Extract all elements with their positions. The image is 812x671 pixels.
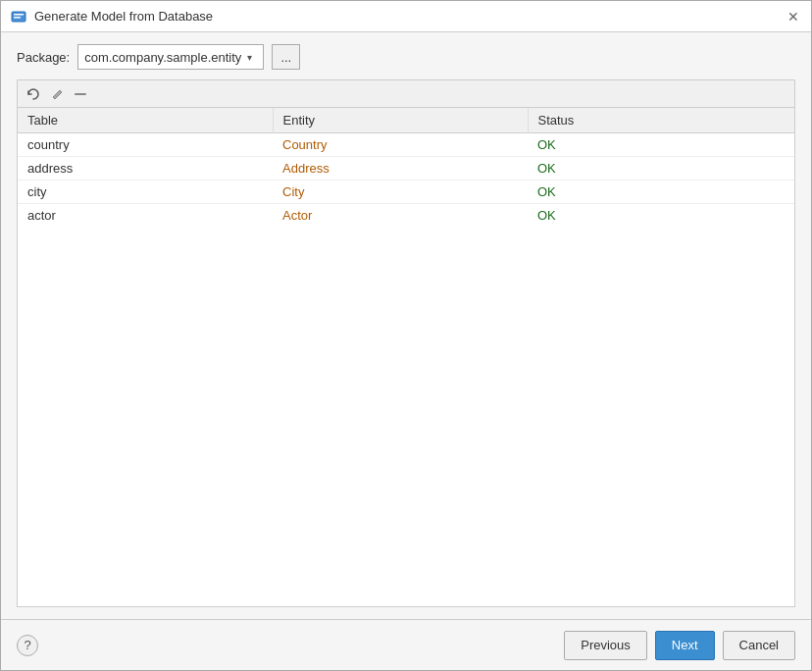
table-cell: actor xyxy=(18,204,273,228)
entity-cell: Country xyxy=(273,133,528,157)
entity-cell: Address xyxy=(273,157,528,181)
table-cell: country xyxy=(18,133,273,157)
package-dropdown[interactable]: com.company.sample.entity ▾ xyxy=(77,44,264,70)
col-entity: Entity xyxy=(273,108,528,133)
footer-right: Previous Next Cancel xyxy=(564,631,795,660)
svg-rect-1 xyxy=(14,14,24,16)
package-value: com.company.sample.entity xyxy=(84,50,241,65)
edit-button[interactable] xyxy=(47,84,67,104)
dialog-title: Generate Model from Database xyxy=(34,9,786,24)
table-header: Table Entity Status xyxy=(18,108,794,133)
dropdown-arrow-icon: ▾ xyxy=(241,49,257,65)
table-cell: address xyxy=(18,157,273,181)
table-cell: city xyxy=(18,181,273,204)
col-status: Status xyxy=(528,108,794,133)
col-table: Table xyxy=(18,108,273,133)
title-bar: Generate Model from Database ✕ xyxy=(1,1,811,32)
status-cell: OK xyxy=(528,181,794,204)
svg-rect-2 xyxy=(14,17,21,19)
toolbar xyxy=(17,79,795,107)
refresh-button[interactable] xyxy=(24,84,43,104)
status-cell: OK xyxy=(528,133,794,157)
table-row[interactable]: address Address OK xyxy=(18,157,794,181)
remove-button[interactable] xyxy=(71,84,90,104)
entity-cell: City xyxy=(273,181,528,204)
dialog-icon xyxy=(11,9,26,25)
previous-button[interactable]: Previous xyxy=(564,631,647,660)
close-button[interactable]: ✕ xyxy=(786,9,801,25)
status-cell: OK xyxy=(528,204,794,228)
cancel-button[interactable]: Cancel xyxy=(723,631,795,660)
footer-left: ? xyxy=(17,635,38,656)
package-label: Package: xyxy=(17,50,70,65)
table-row[interactable]: actor Actor OK xyxy=(18,204,794,228)
content-area: Package: com.company.sample.entity ▾ ... xyxy=(1,32,811,619)
table-row[interactable]: city City OK xyxy=(18,181,794,204)
footer: ? Previous Next Cancel xyxy=(1,619,811,670)
dialog: Generate Model from Database ✕ Package: … xyxy=(0,0,812,671)
help-button[interactable]: ? xyxy=(17,635,38,656)
next-button[interactable]: Next xyxy=(655,631,715,660)
browse-button[interactable]: ... xyxy=(272,44,300,70)
status-cell: OK xyxy=(528,157,794,181)
table-row[interactable]: country Country OK xyxy=(18,133,794,157)
entity-table: Table Entity Status country Country OK a… xyxy=(17,107,795,607)
package-row: Package: com.company.sample.entity ▾ ... xyxy=(17,44,795,70)
entity-cell: Actor xyxy=(273,204,528,228)
